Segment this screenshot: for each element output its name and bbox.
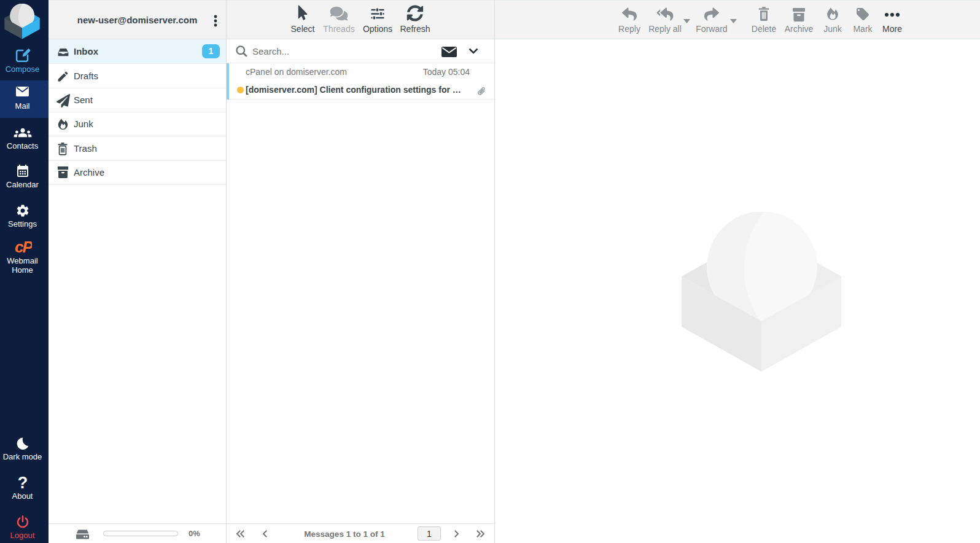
svg-text:cP: cP	[15, 240, 32, 255]
svg-text:?: ?	[17, 475, 28, 490]
